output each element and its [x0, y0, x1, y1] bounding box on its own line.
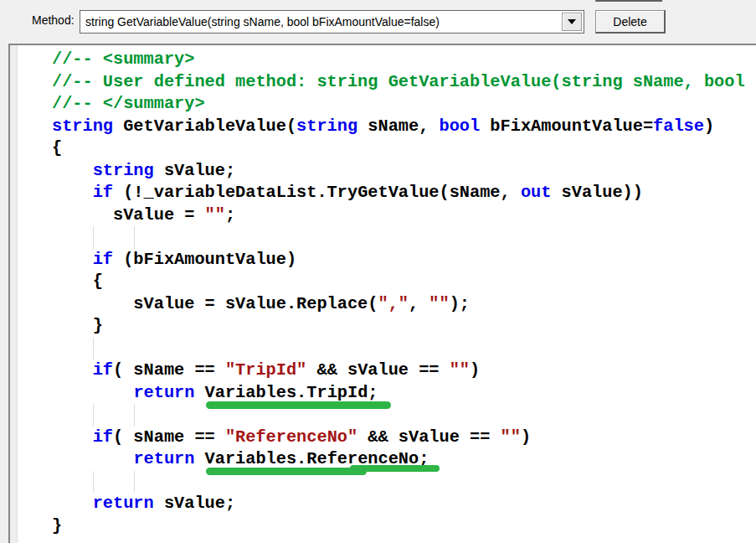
code-token: }: [52, 316, 103, 335]
code-token: if: [93, 183, 113, 202]
code-token: {: [52, 138, 62, 158]
marker-underline-referenceno-extension: [350, 465, 440, 472]
method-combobox-dropdown-button[interactable]: [562, 13, 582, 31]
code-token: [52, 250, 93, 269]
code-token: sValue;: [154, 494, 235, 513]
indent-guide: [93, 471, 94, 494]
code-token: "TripId": [225, 360, 306, 380]
code-token: return: [93, 494, 154, 513]
code-token: [52, 383, 133, 402]
code-line: [52, 338, 756, 360]
code-editor[interactable]: //-- <summary>//-- User defined method: …: [8, 44, 756, 543]
code-editor-margin: [10, 45, 18, 543]
indent-guide: [134, 404, 135, 427]
code-line: string GetVariableValue(string sName, bo…: [52, 116, 756, 138]
code-token: ( sName ==: [113, 360, 225, 380]
code-line: //-- User defined method: string GetVari…: [52, 71, 756, 94]
chevron-down-icon: [568, 19, 576, 24]
method-combobox[interactable]: string GetVariableValue(string sName, bo…: [80, 10, 584, 34]
code-line: string sValue;: [52, 160, 756, 183]
cropped-button-fragment: [595, 0, 662, 2]
code-token: && sValue ==: [306, 360, 449, 380]
indent-guide: [134, 226, 135, 249]
code-token: bFixAmountValue=: [480, 116, 653, 136]
code-line: [52, 404, 756, 427]
code-token: "": [429, 294, 449, 313]
code-token: sValue;: [154, 161, 235, 180]
code-token: [52, 161, 93, 180]
code-token: Variables.TripId;: [194, 383, 378, 402]
marker-underline-tripid: [206, 401, 391, 409]
code-line: {: [52, 137, 756, 160]
code-line: {: [52, 271, 756, 293]
indent-guide: [134, 471, 135, 494]
code-token: (bFixAmountValue): [113, 250, 296, 269]
marker-underline-referenceno: [206, 468, 367, 475]
code-line: [52, 471, 756, 494]
code-line: return sValue;: [52, 493, 756, 515]
method-label: Method:: [32, 13, 75, 27]
indent-guide: [93, 226, 94, 249]
code-line: if (bFixAmountValue): [52, 249, 756, 272]
code-token: }: [52, 516, 62, 535]
code-token: string: [52, 116, 113, 136]
code-token: if: [93, 427, 113, 447]
code-token: [52, 360, 93, 380]
code-line: if( sName == "TripId" && sValue == ""): [52, 359, 756, 382]
code-token: string: [296, 116, 357, 136]
indent-guide: [93, 338, 94, 360]
code-token: ;: [225, 205, 235, 225]
code-line: sValue = sValue.Replace(",", "");: [52, 293, 756, 316]
code-token: "ReferenceNo": [225, 427, 357, 447]
code-line: if( sName == "ReferenceNo" && sValue == …: [52, 427, 756, 449]
code-token: sValue =: [52, 205, 205, 225]
code-token: [52, 427, 93, 447]
code-token: "": [450, 360, 470, 380]
code-token: && sValue ==: [357, 427, 500, 447]
code-token: "": [205, 205, 225, 225]
code-token: GetVariableValue(: [113, 116, 296, 136]
code-token: ( sName ==: [113, 427, 225, 447]
code-token: ",": [378, 294, 409, 313]
method-combobox-value: string GetVariableValue(string sName, bo…: [85, 11, 558, 33]
code-token: ): [521, 427, 531, 447]
code-line: }: [52, 515, 756, 538]
code-token: );: [450, 294, 470, 313]
code-token: //-- User defined method: string GetVari…: [52, 72, 745, 91]
code-token: string: [93, 161, 154, 180]
code-line: //-- </summary>: [52, 93, 756, 116]
code-token: sValue)): [551, 183, 643, 202]
code-token: {: [52, 272, 103, 291]
code-token: false: [653, 116, 704, 136]
indent-guide: [93, 404, 94, 427]
delete-button[interactable]: Delete: [595, 10, 666, 34]
code-token: out: [521, 183, 552, 202]
code-token: [52, 183, 93, 202]
code-line: if (!_variableDataList.TryGetValue(sName…: [52, 182, 756, 204]
code-line: return Variables.TripId;: [52, 382, 756, 405]
code-token: if: [93, 360, 113, 380]
code-token: ): [470, 360, 480, 380]
code-token: sName,: [357, 116, 439, 136]
code-token: if: [93, 250, 113, 269]
code-token: return: [133, 383, 194, 402]
code-token: [52, 494, 93, 513]
code-line: //-- <summary>: [52, 49, 756, 71]
code-line: [52, 226, 756, 249]
code-token: (!_variableDataList.TryGetValue(sName,: [113, 183, 521, 202]
code-token: //-- </summary>: [52, 94, 205, 113]
method-editor-window: Method: string GetVariableValue(string s…: [0, 0, 756, 543]
code-line: sValue = "";: [52, 204, 756, 227]
code-line: }: [52, 315, 756, 338]
code-token: return: [133, 449, 194, 468]
code-token: ): [704, 116, 714, 136]
code-token: "": [501, 427, 521, 447]
code-token: [52, 449, 133, 468]
delete-button-label: Delete: [613, 15, 646, 28]
code-token: //-- <summary>: [52, 49, 194, 69]
code-token: bool: [440, 116, 481, 136]
code-token: ,: [409, 294, 429, 313]
toolbar: Method: string GetVariableValue(string s…: [0, 0, 756, 44]
code-token: sValue = sValue.Replace(: [52, 294, 378, 313]
